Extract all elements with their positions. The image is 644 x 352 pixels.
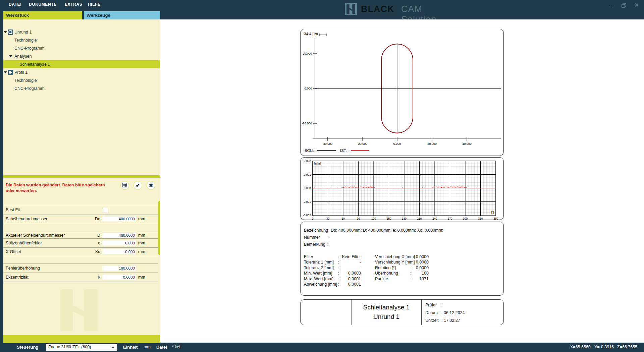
footer-meta-value: 06.12.2024 — [444, 310, 465, 315]
field-value-input[interactable]: 0.000 — [102, 249, 136, 254]
info-right-label: Überhöhung — [375, 271, 398, 276]
dev-x-tick-label: 360 — [493, 217, 498, 220]
datei-label: Datei — [156, 345, 167, 350]
save-confirm-button[interactable]: ✔ — [133, 181, 142, 190]
footer-meta-label: Uhrzeit — [425, 318, 441, 323]
field-value-input[interactable]: 100.0000 — [102, 266, 136, 271]
dev-y-tick-label: 0.000 — [304, 186, 311, 190]
restore-icon[interactable] — [621, 2, 627, 9]
tree-item-cnc-programm[interactable]: CNC-Programm — [3, 44, 160, 52]
coord-x: X=65.6560 — [570, 345, 591, 349]
report-title: Schleifanalyse 1 — [352, 304, 421, 311]
field-value-input[interactable]: 400.0000 — [102, 217, 136, 222]
info-left-label: Toleranz 1 [mm] — [304, 260, 334, 265]
tree-item-label: Profil 1 — [14, 68, 28, 76]
menu-item-datei[interactable]: DATEI — [9, 2, 21, 7]
footer-meta-colon: : — [441, 318, 444, 323]
footer-meta-row: Prüfer: — [425, 303, 442, 307]
field-symbol: e — [98, 241, 100, 245]
form-row-exzentrizit-t: Exzentrizitätk0.0000mm — [3, 273, 158, 282]
menu-item-dokumente[interactable]: DOKUMENTE — [29, 2, 57, 7]
dev-x-tick-label: 90 — [357, 217, 360, 220]
field-value-input[interactable]: 400.0000 — [102, 233, 136, 238]
form-spacer-row — [3, 256, 158, 263]
tree-item-profil-1[interactable]: Profil 1 — [3, 68, 160, 76]
tree-item-label: Analysen — [14, 52, 32, 60]
form-row-x-offset: X-OffsetXo0.000mm — [3, 247, 158, 256]
tree-item-cnc-programm[interactable]: CNC-Programm — [3, 84, 160, 93]
info-left-value: - — [331, 266, 361, 270]
tab-werkzeuge[interactable]: Werkzeuge — [84, 11, 160, 19]
chevron-down-icon — [112, 347, 114, 348]
info-right-value: 0.0000 — [398, 254, 429, 259]
brand-name-bold: BLACK — [361, 4, 394, 14]
dev-y-tick-label: -0.002 — [303, 214, 311, 217]
footer-meta-row: Datum: 06.12.2024 — [425, 310, 465, 315]
deviation-chart-panel: 03060901201501802102402703003303600.0020… — [300, 157, 504, 220]
watermark-logo-icon — [60, 289, 102, 331]
tree-item-schleifanalyse-1[interactable]: Schleifanalyse 1 — [3, 60, 160, 68]
chevron-down-icon[interactable] — [9, 55, 12, 57]
scale-label: 34.4 µm — [304, 32, 318, 36]
info-header-colon: : — [327, 228, 328, 233]
field-label: Fehlerüberhöhung — [6, 266, 40, 271]
analysis-parameter-form: Best FitScheibendurchmesserDo400.0000mmA… — [3, 200, 160, 283]
discard-button[interactable]: ✖ — [147, 181, 155, 190]
unsaved-changes-warning: Die Daten wurden geändert. Daten bitte s… — [3, 178, 160, 200]
menu-item-extras[interactable]: EXTRAS — [65, 2, 82, 7]
coord-y: Y=-0.3916 — [594, 345, 614, 349]
logo-icon — [345, 3, 357, 15]
steuerung-label: Steuerung — [17, 345, 38, 350]
tree-item-technologie[interactable]: Technologie — [3, 76, 160, 84]
best-fit-checkbox[interactable] — [103, 207, 108, 213]
info-header-label: Nummer — [304, 235, 320, 240]
dev-x-tick-label: 270 — [447, 217, 452, 220]
tree-item-analysen[interactable]: Analysen — [3, 52, 160, 60]
report-subtitle: Unrund 1 — [352, 313, 421, 320]
field-symbol: D — [97, 233, 100, 238]
info-right-value: 0.0000 — [398, 266, 429, 270]
field-value-input[interactable]: 0.000 — [102, 241, 136, 246]
dev-y-tick-label: -0.001 — [303, 200, 311, 203]
field-value-input[interactable]: 0.0000 — [102, 275, 136, 280]
footer-meta-row: Uhrzeit: 17:02:27 — [425, 318, 460, 323]
legend-soll-label: SOLL: — [305, 149, 316, 153]
calculate-button[interactable] — [120, 181, 129, 190]
menu-item-hilfe[interactable]: HILFE — [88, 2, 101, 7]
dev-y-tick-label: 0.002 — [304, 159, 311, 163]
tree-item-unrund-1[interactable]: Unrund 1 — [3, 28, 160, 36]
footer-meta-colon: : — [441, 310, 444, 315]
dev-x-tick-label: 150 — [386, 217, 391, 220]
tree-item-label: Unrund 1 — [14, 28, 32, 36]
info-header-label: Bemerkung — [304, 242, 325, 247]
chevron-down-icon[interactable] — [4, 71, 7, 73]
controller-select[interactable]: Fanuc 31i/0i-TF+ (600) — [46, 344, 117, 351]
dev-y-tick-label: 0.001 — [304, 173, 311, 176]
close-icon[interactable]: ✕ — [633, 2, 640, 9]
info-left-label: Max. Wert [mm] — [304, 277, 333, 281]
tree-item-technologie[interactable]: Technologie — [3, 36, 160, 44]
minimize-icon[interactable]: – — [608, 2, 614, 9]
x-tick-label: 0.000 — [393, 142, 401, 145]
field-symbol: Do — [95, 217, 100, 221]
footer-meta-colon: : — [441, 303, 442, 307]
tab-werkstueck[interactable]: Werkstück — [3, 11, 82, 19]
legend-ist-label: IST: — [340, 149, 347, 153]
x-tick-label: -40.000 — [322, 142, 333, 145]
field-label: Scheibendurchmesser — [6, 217, 47, 221]
dev-x-tick-label: 300 — [463, 217, 468, 220]
warning-text-line2: oder verwerfen. — [6, 188, 37, 193]
info-left-value: Kein Filter — [331, 254, 361, 259]
einheit-label: Einheit — [123, 345, 138, 350]
x-tick-label: 40.000 — [462, 142, 472, 145]
field-unit: mm — [138, 241, 145, 245]
analysis-info-panel: Bezeichnung:Do: 400.000mm; D: 400.000mm;… — [300, 222, 504, 296]
status-bar: Steuerung Fanuc 31i/0i-TF+ (600) Einheit… — [0, 343, 644, 352]
info-header-label: Bezeichnung — [304, 228, 328, 233]
info-left-label: Toleranz 2 [mm] — [304, 266, 334, 270]
field-unit: mm — [138, 233, 145, 238]
info-left-value: 0.0001 — [331, 277, 361, 281]
footer-meta-value: 17:02:27 — [444, 318, 460, 323]
x-tick-label: 20.000 — [427, 142, 437, 145]
chevron-down-icon[interactable] — [4, 31, 7, 33]
